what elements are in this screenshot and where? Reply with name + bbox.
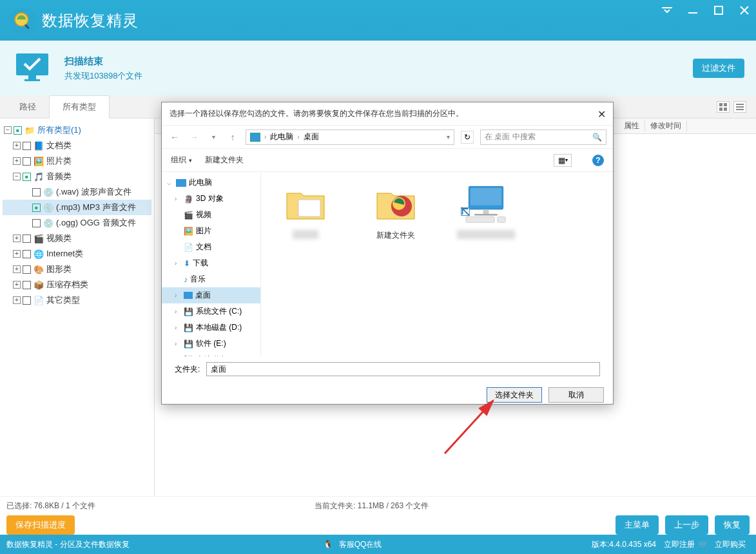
buy-link[interactable]: 立即购买 <box>715 539 746 550</box>
dlg-tree-f[interactable]: ›💾本地磁盘 (F:) <box>162 352 260 356</box>
prev-button[interactable]: 上一步 <box>665 515 708 535</box>
dlg-tree-pic[interactable]: 🖼️图片 <box>162 223 260 239</box>
app-logo-icon <box>10 8 35 33</box>
qq-link[interactable]: 客服QQ在线 <box>339 539 382 550</box>
register-link[interactable]: 立即注册 <box>664 539 695 550</box>
tree-mp3[interactable]: 💿(.mp3) MP3 声音文件 <box>3 200 151 215</box>
select-folder-button[interactable]: 选择文件夹 <box>487 387 542 403</box>
dlg-tree-c[interactable]: ›💾系统文件 (C:) <box>162 303 260 320</box>
svg-rect-9 <box>724 103 727 106</box>
svg-rect-7 <box>24 79 40 81</box>
nav-forward[interactable]: → <box>188 131 200 144</box>
svg-rect-20 <box>470 188 501 205</box>
svg-rect-23 <box>466 216 494 222</box>
svg-rect-5 <box>16 53 48 75</box>
svg-rect-13 <box>736 106 744 108</box>
view-dropdown[interactable]: ▦ ▾ <box>554 154 572 167</box>
svg-rect-8 <box>719 103 722 106</box>
tree-internet[interactable]: +🌐Internet类 <box>3 246 151 262</box>
svg-rect-14 <box>736 109 744 110</box>
folder-input-label: 文件夹: <box>175 364 200 375</box>
svg-rect-12 <box>736 104 744 105</box>
dlg-tree-doc[interactable]: 📄文档 <box>162 239 260 255</box>
banner-subtitle: 共发现103898个文件 <box>64 70 142 82</box>
close-button[interactable] <box>739 5 750 15</box>
dlg-tree-desktop[interactable]: ›桌面 <box>162 287 260 303</box>
folder-status: 当前文件夹: 11.1MB / 263 个文件 <box>315 501 429 511</box>
tree-audio[interactable]: −🎵音频类 <box>3 169 151 184</box>
search-box[interactable]: 在 桌面 中搜索 🔍 <box>480 129 606 145</box>
view-list-button[interactable] <box>733 101 746 113</box>
dialog-header: 选择一个路径以保存您勾选的文件。请勿将要恢复的文件保存在您当前扫描的分区中。 ✕ <box>162 102 613 126</box>
filter-button[interactable]: 过滤文件 <box>693 59 744 78</box>
footer: 数据恢复精灵 - 分区及文件数据恢复 🐧 客服QQ在线 版本: 4.4.0.43… <box>0 535 756 554</box>
svg-rect-22 <box>474 214 498 216</box>
tree-photo[interactable]: +🖼️照片类 <box>3 153 151 169</box>
status-row-2: 保存扫描进度 主菜单 上一步 恢复 <box>0 515 756 535</box>
folder-item-1[interactable] <box>270 181 341 239</box>
view-grid-button[interactable] <box>717 101 730 113</box>
refresh-button[interactable]: ↻ <box>461 131 474 144</box>
tab-all-types[interactable]: 所有类型 <box>49 95 110 119</box>
dlg-tree-pc[interactable]: ⌵此电脑 <box>162 175 260 191</box>
selected-status: 已选择: 76.8KB / 1 个文件 <box>6 501 95 511</box>
new-folder-button[interactable]: 新建文件夹 <box>205 155 244 166</box>
tree-graphic[interactable]: +🎨图形类 <box>3 262 151 277</box>
folder-item-pc[interactable] <box>451 181 521 239</box>
search-icon: 🔍 <box>592 133 602 142</box>
tree-doc[interactable]: +📘文档类 <box>3 138 151 153</box>
dialog-close-button[interactable]: ✕ <box>595 108 608 120</box>
dialog-nav: ← → ▾ ↑ › 此电脑 › 桌面 ▾ ↻ 在 桌面 中搜索 🔍 <box>162 126 613 149</box>
nav-back[interactable]: ← <box>168 131 181 144</box>
dialog-button-row: 选择文件夹 取消 <box>162 382 613 408</box>
dlg-tree-e[interactable]: ›💾软件 (E:) <box>162 336 260 352</box>
tree-video[interactable]: +🎬视频类 <box>3 231 151 246</box>
svg-rect-16 <box>298 200 320 216</box>
monitor-check-icon <box>13 52 52 84</box>
category-tree: −📁所有类型(1) +📘文档类 +🖼️照片类 −🎵音频类 💿(.wav) 波形声… <box>0 119 155 496</box>
svg-rect-3 <box>688 12 697 14</box>
tree-wav[interactable]: 💿(.wav) 波形声音文件 <box>3 184 151 200</box>
cancel-button[interactable]: 取消 <box>548 387 604 403</box>
address-bar[interactable]: › 此电脑 › 桌面 ▾ <box>246 129 454 145</box>
tree-all-types[interactable]: −📁所有类型(1) <box>3 122 151 138</box>
col-mtime[interactable]: 修改时间 <box>645 120 687 131</box>
dialog-content: 新建文件夹 <box>261 172 613 356</box>
dropdown-icon[interactable] <box>662 5 672 15</box>
tree-archive[interactable]: +📦压缩存档类 <box>3 277 151 292</box>
folder-input[interactable] <box>206 362 600 376</box>
col-attr[interactable]: 属性 <box>619 120 645 131</box>
organize-button[interactable]: 组织 ▾ <box>171 155 192 166</box>
maximize-button[interactable] <box>713 5 724 15</box>
dlg-tree-music[interactable]: ♪音乐 <box>162 271 260 287</box>
recover-button[interactable]: 恢复 <box>715 515 750 535</box>
folder-item-new[interactable]: 新建文件夹 <box>360 181 431 241</box>
save-scan-button[interactable]: 保存扫描进度 <box>6 515 75 535</box>
dialog-nav-tree: ⌵此电脑 ›🗿3D 对象 🎬视频 🖼️图片 📄文档 ›⬇下载 ♪音乐 ›桌面 ›… <box>162 172 261 356</box>
help-button[interactable]: ? <box>592 155 604 166</box>
version: 4.4.0.435 x64 <box>609 540 656 549</box>
tree-other[interactable]: +📄其它类型 <box>3 292 151 308</box>
dlg-tree-d[interactable]: ›💾本地磁盘 (D:) <box>162 320 260 336</box>
status-row-1: 已选择: 76.8KB / 1 个文件 当前文件夹: 11.1MB / 263 … <box>0 496 756 515</box>
dlg-tree-download[interactable]: ›⬇下载 <box>162 255 260 271</box>
main-menu-button[interactable]: 主菜单 <box>615 515 659 535</box>
dialog-input-row: 文件夹: <box>162 356 613 382</box>
dlg-tree-video[interactable]: 🎬视频 <box>162 207 260 223</box>
nav-up[interactable]: ↑ <box>226 131 239 144</box>
svg-rect-2 <box>662 7 672 8</box>
scan-banner: 扫描结束 共发现103898个文件 过滤文件 <box>0 41 756 96</box>
svg-rect-4 <box>715 6 722 14</box>
save-dialog: 选择一个路径以保存您勾选的文件。请勿将要恢复的文件保存在您当前扫描的分区中。 ✕… <box>161 102 614 405</box>
tree-ogg[interactable]: 💿(.ogg) OGG 音频文件 <box>3 215 151 231</box>
minimize-button[interactable] <box>688 5 698 15</box>
svg-rect-6 <box>28 75 36 79</box>
dlg-tree-3d[interactable]: ›🗿3D 对象 <box>162 191 260 207</box>
version-label: 版本: <box>592 539 609 550</box>
svg-rect-11 <box>724 108 727 111</box>
nav-dropdown[interactable]: ▾ <box>207 131 220 144</box>
qq-icon: 🐧 <box>323 540 333 549</box>
title-bar: 数据恢复精灵 <box>0 0 756 41</box>
tab-path[interactable]: 路径 <box>6 96 49 118</box>
svg-rect-1 <box>24 24 30 29</box>
